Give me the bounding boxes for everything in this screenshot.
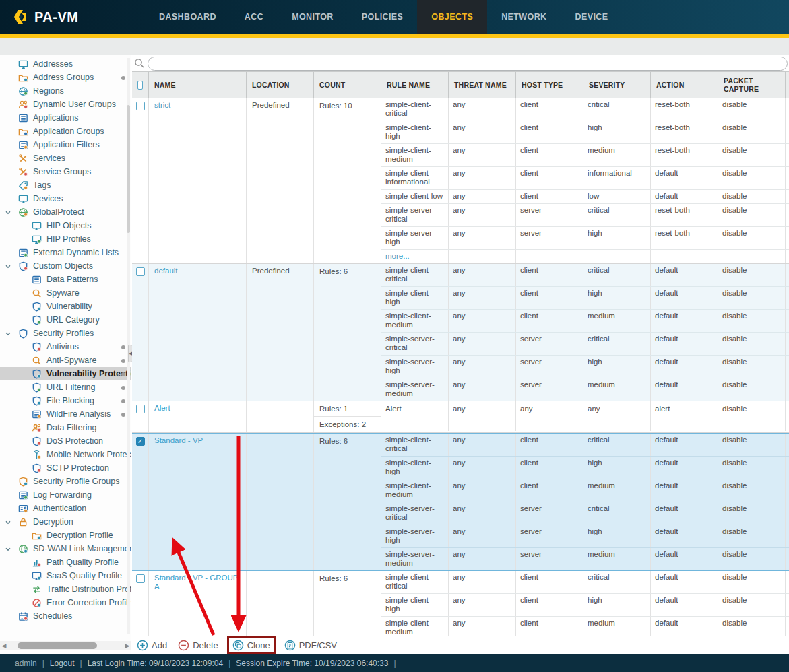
sidebar-item-log-forwarding[interactable]: Log Forwarding (0, 488, 131, 502)
sidebar-item-traffic-distribution-profile[interactable]: Traffic Distribution Profile (0, 582, 131, 596)
sidebar-item-hip-profiles[interactable]: HIP Profiles (0, 232, 131, 246)
tab-network[interactable]: NETWORK (487, 0, 561, 34)
sidebar-item-globalprotect[interactable]: GlobalProtect (0, 205, 131, 219)
sidebar-item-label: HIP Profiles (46, 234, 91, 244)
rule-subrow: simple-client-high any client high defau… (381, 456, 789, 479)
profile-name-link[interactable]: Standard - VP - GROUP A (154, 574, 238, 591)
sidebar-item-error-correction-profile[interactable]: Error Correction Profile (0, 596, 131, 609)
sidebar-item-applications[interactable]: Applications (0, 111, 131, 125)
column-header-count[interactable]: COUNT (314, 72, 381, 98)
select-all-checkbox-cell (132, 72, 149, 98)
profile-name-link[interactable]: strict (154, 101, 170, 109)
more-link[interactable]: more... (385, 252, 410, 260)
sidebar-item-decryption[interactable]: Decryption (0, 515, 131, 529)
sidebar-item-url-category[interactable]: URL Category (0, 313, 131, 327)
row-checkbox[interactable] (136, 102, 145, 110)
sidebar-item-sctp-protection[interactable]: SCTP Protection (0, 461, 131, 475)
sidebar-horizontal-scrollbar[interactable]: ◀ ▶ (0, 641, 131, 650)
tab-monitor[interactable]: MONITOR (278, 0, 348, 34)
logged-in-user: admin (15, 659, 37, 668)
sidebar-item-vulnerability[interactable]: Vulnerability (0, 300, 131, 313)
sidebar-item-file-blocking[interactable]: File Blocking (0, 394, 131, 407)
sidebar-item-custom-objects[interactable]: Custom Objects (0, 259, 131, 273)
header-filler (786, 72, 789, 98)
column-header-host-type[interactable]: HOST TYPE (516, 72, 583, 98)
sidebar-item-data-patterns[interactable]: Data Patterns (0, 273, 131, 286)
sidebar-item-address-groups[interactable]: Address Groups (0, 71, 131, 84)
sidebar-item-wildfire-analysis[interactable]: WildFire Analysis (0, 407, 131, 421)
scroll-left-icon[interactable]: ◀ (0, 642, 8, 649)
row-checkbox[interactable] (136, 405, 145, 413)
sidebar-item-saas-quality-profile[interactable]: SaaS Quality Profile (0, 569, 131, 582)
packet-capture: disable (718, 227, 786, 249)
add-button[interactable]: Add (137, 640, 167, 651)
tab-dashboard[interactable]: DASHBOARD (145, 0, 230, 34)
application-filters-icon (18, 140, 28, 150)
sidebar-item-path-quality-profile[interactable]: Path Quality Profile (0, 556, 131, 569)
column-header-name[interactable]: NAME (149, 72, 247, 98)
sidebar-item-spyware[interactable]: Spyware (0, 286, 131, 300)
rule-subrow: simple-server-high any server high defau… (381, 525, 789, 547)
column-header-location[interactable]: LOCATION (247, 72, 314, 98)
sidebar-item-devices[interactable]: Devices (0, 192, 131, 205)
sidebar-item-hip-objects[interactable]: HIP Objects (0, 219, 131, 232)
sidebar-item-security-profile-groups[interactable]: Security Profile Groups (0, 475, 131, 488)
row-checkbox[interactable] (136, 267, 145, 276)
sidebar-item-dynamic-user-groups[interactable]: Dynamic User Groups (0, 98, 131, 111)
sidebar-item-schedules[interactable]: Schedules (0, 609, 131, 623)
sidebar-item-data-filtering[interactable]: Data Filtering (0, 421, 131, 434)
chevron-down-icon[interactable] (5, 545, 11, 555)
column-header-threat-name[interactable]: THREAT NAME (449, 72, 516, 98)
logout-link[interactable]: Logout (50, 659, 75, 668)
sidebar-item-anti-spyware[interactable]: Anti-Spyware (0, 354, 131, 367)
url-category-icon (32, 315, 42, 325)
sidebar-item-service-groups[interactable]: Service Groups (0, 165, 131, 178)
dynamic-user-groups-icon (18, 100, 28, 110)
chevron-down-icon[interactable] (5, 518, 11, 528)
sidebar-item-application-groups[interactable]: Application Groups (0, 125, 131, 138)
sidebar-item-decryption-profile[interactable]: Decryption Profile (0, 529, 131, 542)
select-all-checkbox[interactable] (137, 81, 143, 90)
scroll-right-icon[interactable]: ▶ (123, 642, 131, 649)
action: default (651, 434, 718, 456)
sctp-protection-icon (32, 463, 42, 473)
profile-name-link[interactable]: Standard - VP (154, 436, 203, 444)
sidebar-item-mobile-network-protection[interactable]: Mobile Network Protection (0, 448, 131, 461)
profile-name-link[interactable]: Alert (154, 404, 170, 412)
chevron-down-icon[interactable] (5, 263, 11, 272)
profile-name-link[interactable]: default (154, 267, 178, 275)
column-header-packet-capture[interactable]: PACKET CAPTURE (718, 72, 786, 98)
column-header-rule-name[interactable]: RULE NAME (381, 72, 449, 98)
sidebar-item-antivirus[interactable]: Antivirus (0, 340, 131, 354)
clone-button[interactable]: Clone (227, 636, 276, 654)
tab-device[interactable]: DEVICE (561, 0, 623, 34)
sidebar-item-sd-wan-link-management[interactable]: SD-WAN Link Management (0, 542, 131, 556)
search-input[interactable] (148, 57, 788, 71)
sidebar-item-security-profiles[interactable]: Security Profiles (0, 327, 131, 340)
tab-acc[interactable]: ACC (230, 0, 278, 34)
delete-button[interactable]: Delete (178, 640, 218, 651)
severity: critical (583, 264, 651, 286)
chevron-down-icon[interactable] (5, 330, 11, 339)
row-checkbox[interactable] (136, 574, 145, 583)
chevron-down-icon[interactable] (5, 209, 11, 218)
pdf-csv-button[interactable]: PDF/CSV (284, 640, 337, 651)
scrollbar-thumb[interactable] (18, 642, 97, 649)
sidebar-item-url-filtering[interactable]: URL Filtering (0, 380, 131, 394)
rule-subrow: Alert any any any alert disable (381, 401, 789, 431)
sidebar-item-tags[interactable]: Tags (0, 178, 131, 192)
tab-policies[interactable]: POLICIES (348, 0, 418, 34)
column-header-severity[interactable]: SEVERITY (583, 72, 651, 98)
traffic-distribution-profile-icon (32, 584, 42, 595)
sidebar-item-addresses[interactable]: Addresses (0, 57, 131, 71)
sidebar-item-authentication[interactable]: Authentication (0, 502, 131, 515)
sidebar-item-dos-protection[interactable]: DoS Protection (0, 434, 131, 448)
sidebar-item-vulnerability-protection[interactable]: Vulnerability Protection (0, 367, 131, 380)
tab-objects[interactable]: OBJECTS (417, 0, 487, 34)
column-header-action[interactable]: ACTION (651, 72, 718, 98)
sidebar-item-external-dynamic-lists[interactable]: External Dynamic Lists (0, 246, 131, 259)
row-checkbox[interactable]: ✓ (136, 437, 145, 446)
sidebar-item-application-filters[interactable]: Application Filters (0, 138, 131, 152)
sidebar-item-regions[interactable]: Regions (0, 84, 131, 98)
sidebar-item-services[interactable]: Services (0, 152, 131, 165)
